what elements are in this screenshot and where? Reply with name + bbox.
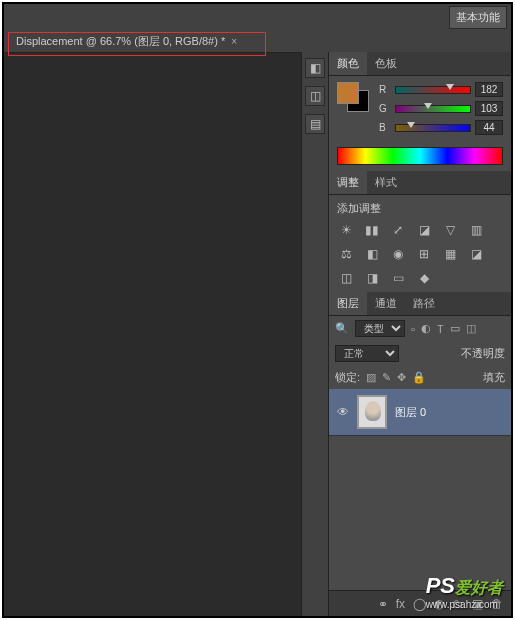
- posterize-icon[interactable]: ◫: [337, 270, 355, 286]
- balance-icon[interactable]: ⚖: [337, 246, 355, 262]
- fx-icon[interactable]: fx: [396, 597, 405, 611]
- color-spectrum[interactable]: [337, 147, 503, 165]
- tab-layers[interactable]: 图层: [329, 292, 367, 315]
- opacity-label: 不透明度: [461, 346, 505, 361]
- b-value[interactable]: 44: [475, 120, 503, 135]
- properties-icon[interactable]: ◫: [305, 86, 325, 106]
- watermark-url: www.psahz.com: [426, 599, 503, 610]
- color-lookup-icon[interactable]: ▦: [441, 246, 459, 262]
- bw-icon[interactable]: ◧: [363, 246, 381, 262]
- history-icon[interactable]: ◧: [305, 58, 325, 78]
- r-label: R: [379, 84, 391, 95]
- canvas-area[interactable]: [4, 52, 301, 616]
- photo-filter-icon[interactable]: ◉: [389, 246, 407, 262]
- layer-row[interactable]: 👁 图层 0: [329, 389, 511, 436]
- tab-color[interactable]: 颜色: [329, 52, 367, 75]
- tab-styles[interactable]: 样式: [367, 171, 405, 194]
- mask-icon[interactable]: ◯: [413, 597, 426, 611]
- filter-type-icon[interactable]: T: [437, 323, 444, 335]
- watermark-text: 爱好者: [455, 579, 503, 596]
- link-layers-icon[interactable]: ⚭: [378, 597, 388, 611]
- filter-shape-icon[interactable]: ▭: [450, 322, 460, 335]
- g-value[interactable]: 103: [475, 101, 503, 116]
- brightness-icon[interactable]: ☀: [337, 222, 355, 238]
- filter-kind-select[interactable]: 类型: [355, 320, 405, 337]
- watermark-ps: PS: [426, 573, 455, 598]
- exposure-icon[interactable]: ◪: [415, 222, 433, 238]
- filter-adjust-icon[interactable]: ◐: [421, 322, 431, 335]
- document-tab-title: Displacement @ 66.7% (图层 0, RGB/8#) *: [16, 34, 225, 49]
- lock-all-icon[interactable]: 🔒: [412, 371, 426, 384]
- lock-position-icon[interactable]: ✥: [397, 371, 406, 384]
- levels-icon[interactable]: ▮▮: [363, 222, 381, 238]
- layer-name[interactable]: 图层 0: [395, 405, 426, 420]
- invert-icon[interactable]: ◪: [467, 246, 485, 262]
- vibrance-icon[interactable]: ▽: [441, 222, 459, 238]
- collapsed-panel-strip: ◧ ◫ ▤: [301, 52, 329, 616]
- adjustments-heading: 添加调整: [337, 201, 503, 216]
- search-icon[interactable]: 🔍: [335, 322, 349, 335]
- basic-functions-button[interactable]: 基本功能: [449, 6, 507, 29]
- g-slider[interactable]: [395, 105, 471, 113]
- lock-pixels-icon[interactable]: ✎: [382, 371, 391, 384]
- foreground-color-swatch[interactable]: [337, 82, 359, 104]
- character-icon[interactable]: ▤: [305, 114, 325, 134]
- g-label: G: [379, 103, 391, 114]
- blend-mode-select[interactable]: 正常: [335, 345, 399, 362]
- lock-transparent-icon[interactable]: ▨: [366, 371, 376, 384]
- b-label: B: [379, 122, 391, 133]
- b-slider[interactable]: [395, 124, 471, 132]
- lock-label: 锁定:: [335, 370, 360, 385]
- gradient-map-icon[interactable]: ▭: [389, 270, 407, 286]
- threshold-icon[interactable]: ◨: [363, 270, 381, 286]
- document-tab[interactable]: Displacement @ 66.7% (图层 0, RGB/8#) * ×: [10, 32, 243, 51]
- tab-swatches[interactable]: 色板: [367, 52, 405, 75]
- color-swatches[interactable]: [337, 82, 369, 112]
- layer-thumbnail[interactable]: [357, 395, 387, 429]
- r-value[interactable]: 182: [475, 82, 503, 97]
- r-slider[interactable]: [395, 86, 471, 94]
- selective-color-icon[interactable]: ◆: [415, 270, 433, 286]
- channel-mixer-icon[interactable]: ⊞: [415, 246, 433, 262]
- tab-adjustments[interactable]: 调整: [329, 171, 367, 194]
- fill-label: 填充: [483, 370, 505, 385]
- filter-pixel-icon[interactable]: ▫: [411, 323, 415, 335]
- visibility-eye-icon[interactable]: 👁: [337, 405, 349, 419]
- close-tab-icon[interactable]: ×: [231, 36, 237, 47]
- tab-channels[interactable]: 通道: [367, 292, 405, 315]
- filter-smart-icon[interactable]: ◫: [466, 322, 476, 335]
- curves-icon[interactable]: ⤢: [389, 222, 407, 238]
- watermark: PS爱好者 www.psahz.com: [426, 573, 503, 610]
- tab-paths[interactable]: 路径: [405, 292, 443, 315]
- hue-icon[interactable]: ▥: [467, 222, 485, 238]
